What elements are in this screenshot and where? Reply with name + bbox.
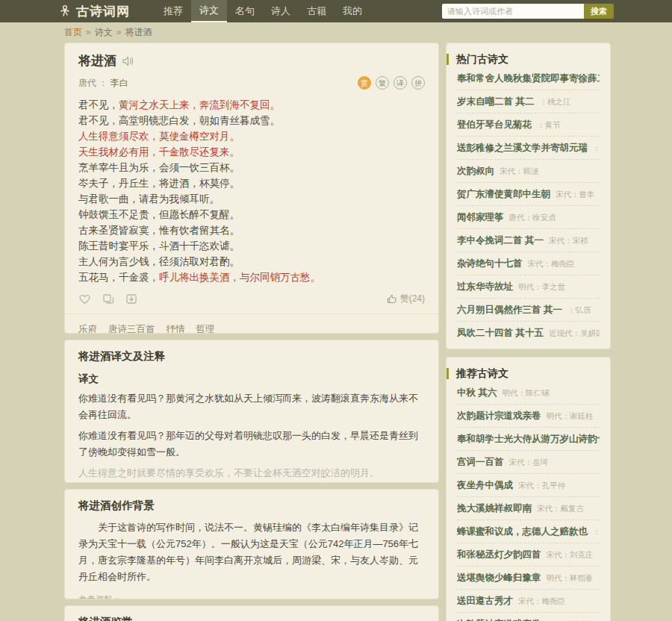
- hot-item-title: 登伯牙琴台见菊花: [457, 119, 532, 130]
- hot-item-title: 奉和常舍人晚秋集贤院即事寄徐薛二侍郎: [457, 73, 600, 84]
- hot-item-title: 贺广东漕使黄郎中生朝: [457, 189, 550, 199]
- poem-actions: 赞(24): [78, 293, 425, 305]
- recommend-item-meta: 宋代：梅尧臣: [518, 596, 565, 605]
- breadcrumb-item-0[interactable]: 首页: [64, 27, 82, 37]
- recommend-item-5[interactable]: 挽大溪姚祥叔即南宋代：戴复古: [457, 497, 600, 520]
- hot-item-meta: ：欧大任: [593, 143, 600, 152]
- translation-paragraphs: 你难道没有看见吗？那黄河之水犹如从天上倾泻而来，波涛翻滚直奔东海从来不会再往回流…: [78, 390, 425, 483]
- hot-item-title: 岁末自嘲二首 其二: [457, 96, 534, 107]
- site-logo[interactable]: 古诗词网: [58, 3, 130, 20]
- recommend-item-meta: 宋代：刘克庄: [547, 550, 594, 559]
- search-input[interactable]: [442, 4, 584, 19]
- hot-item-meta: ：桃之江: [539, 97, 570, 106]
- recommend-item-3[interactable]: 宫词一百首宋代：岳珂: [457, 451, 600, 474]
- hot-item-10[interactable]: 六月朔日偶然作三首 其一：弘历: [457, 299, 600, 322]
- hot-item-title: 六月朔日偶然作三首 其一: [457, 305, 562, 315]
- poem-divider: [65, 313, 438, 314]
- recommend-item-2[interactable]: 奉和胡学士光大侍从游万岁山诗韵十首 其: [457, 428, 600, 451]
- recommend-item-1[interactable]: 次韵题计宗道戏亲卷明代：谢廷柱: [457, 405, 600, 428]
- tag-2[interactable]: 抒情: [167, 323, 185, 334]
- hot-item-meta: ：弘历: [567, 305, 591, 314]
- poem-line-8: 古来圣贤皆寂寞，惟有饮者留其名。: [78, 222, 425, 238]
- recommend-item-title: 送田遵古秀才: [457, 596, 513, 606]
- hot-item-2[interactable]: 登伯牙琴台见菊花：黄节: [457, 113, 600, 137]
- breadcrumb-item-2: 将进酒: [125, 27, 152, 37]
- poem-meta: 唐代 ： 李白: [78, 77, 128, 90]
- breadcrumb-separator: »: [86, 27, 91, 37]
- breadcrumb: 首页»诗文»将进酒: [0, 22, 672, 43]
- recommended-poems-title: 推荐古诗文: [447, 368, 600, 379]
- background-title: 将进酒创作背景: [78, 499, 425, 513]
- tool-appreciate-icon[interactable]: 赏: [358, 76, 371, 90]
- poem-author-link[interactable]: 李白: [111, 78, 128, 88]
- search-button[interactable]: 搜索: [584, 4, 614, 19]
- hot-item-4[interactable]: 次韵叔向宋代：韩淲: [457, 160, 600, 183]
- recommend-item-title: 夜坐舟中偶成: [457, 480, 513, 490]
- recommend-item-0[interactable]: 中秋 其六明代：陈仁锡: [457, 381, 600, 405]
- hot-poems-card: 热门古诗文 奉和常舍人晚秋集贤院即事寄徐薛二侍郎岁末自嘲二首 其二：桃之江登伯牙…: [446, 43, 611, 349]
- hot-item-11[interactable]: 凤吹二十四首 其十五近现代：吴妍因: [457, 322, 600, 344]
- tag-3[interactable]: 哲理: [196, 323, 215, 334]
- tool-translate-icon[interactable]: 译: [393, 76, 407, 90]
- appreciation-title: 将进酒鉴赏: [78, 615, 425, 621]
- breadcrumb-item-1[interactable]: 诗文: [95, 27, 113, 37]
- tool-pinyin-icon[interactable]: 拼: [411, 76, 425, 90]
- recommend-item-title: 蜂课蜜和议成，志德人之赔款也: [457, 526, 588, 537]
- top-header: 古诗词网 推荐诗文名句诗人古籍我的 搜索: [0, 0, 672, 22]
- hot-item-9[interactable]: 过东华寺故址明代：李之世: [457, 275, 600, 299]
- nav-item-2[interactable]: 名句: [227, 0, 263, 22]
- hot-item-title: 凤吹二十四首 其十五: [457, 328, 544, 338]
- tool-traditional-icon[interactable]: 繁: [376, 76, 389, 90]
- recommend-item-meta: 明代：林熙春: [547, 573, 594, 582]
- nav-item-5[interactable]: 我的: [335, 0, 370, 22]
- background-card: 将进酒创作背景 关于这首诗的写作时间，说法不一。黄锡珪编的《李太白编年诗集目录》…: [64, 489, 439, 599]
- nav-item-1[interactable]: 诗文: [191, 0, 227, 22]
- hot-item-6[interactable]: 闻邻家理筝唐代：徐安贞: [457, 206, 600, 229]
- like-count: 赞(24): [400, 293, 425, 305]
- hot-item-5[interactable]: 贺广东漕使黄郎中生朝宋代：曾丰: [457, 183, 600, 206]
- hot-item-title: 闻邻家理筝: [457, 212, 504, 222]
- nav-item-4[interactable]: 古籍: [299, 0, 335, 22]
- hot-item-0[interactable]: 奉和常舍人晚秋集贤院即事寄徐薛二侍郎: [457, 67, 600, 90]
- recommend-item-meta: 明代：谢廷柱: [547, 411, 594, 420]
- nav-item-0[interactable]: 推荐: [155, 0, 191, 22]
- recommend-item-9[interactable]: 送田遵古秀才宋代：梅尧臣: [457, 590, 600, 613]
- hot-item-title: 杂诗绝句十七首: [457, 258, 523, 269]
- poem-line-7: 钟鼓馔玉不足贵，但愿长醉不复醒。: [78, 207, 425, 222]
- copy-icon[interactable]: [102, 293, 114, 305]
- recommend-item-title: 中秋 其六: [457, 387, 497, 398]
- recommend-item-6[interactable]: 蜂课蜜和议成，志德人之赔款也：金天羽: [457, 520, 600, 543]
- hot-item-1[interactable]: 岁末自嘲二首 其二：桃之江: [457, 90, 600, 113]
- recommend-item-10[interactable]: 次韵题计宗道戏亲卷明代：谢廷柱: [457, 613, 600, 621]
- poem-meta-colon: ：: [99, 78, 108, 88]
- recommend-item-7[interactable]: 和张秘丞灯夕韵四首宋代：刘克庄: [457, 543, 600, 567]
- hot-item-8[interactable]: 杂诗绝句十七首宋代：梅尧臣: [457, 252, 600, 275]
- recommend-item-meta: 宋代：孔平仲: [518, 481, 565, 490]
- speaker-icon[interactable]: [122, 56, 134, 66]
- like-button[interactable]: 赞(24): [387, 293, 425, 305]
- recommend-item-title: 次韵题计宗道戏亲卷: [457, 411, 541, 421]
- tag-1[interactable]: 唐诗三百首: [108, 323, 155, 334]
- favorite-heart-icon[interactable]: [78, 293, 91, 305]
- translation-paragraph-1: 你难道没有看见吗？那年迈的父母对着明镜悲叹那一头的白发，早晨还是青丝到了傍晚却变…: [78, 428, 425, 461]
- recommend-item-title: 挽大溪姚祥叔即南: [457, 503, 532, 514]
- hot-item-7[interactable]: 李中令挽词二首 其一宋代：宋祁: [457, 229, 600, 252]
- appreciation-card: 将进酒鉴赏: [64, 605, 439, 621]
- hot-item-meta: 唐代：徐安贞: [509, 213, 556, 222]
- recommend-item-meta: ：金天羽: [593, 527, 600, 536]
- download-icon[interactable]: [125, 293, 137, 305]
- hot-item-meta: 宋代：曾丰: [556, 190, 595, 199]
- translation-subtitle: 译文: [78, 372, 425, 386]
- search-bar: 搜索: [442, 4, 614, 19]
- recommend-item-4[interactable]: 夜坐舟中偶成宋代：孔平仲: [457, 474, 600, 497]
- poem-lines: 君不见，黄河之水天上来，奔流到海不复回。君不见，高堂明镜悲白发，朝如青丝暮成雪。…: [78, 97, 425, 285]
- nav-item-3[interactable]: 诗人: [263, 0, 299, 22]
- reference-label: 参考资料：: [78, 593, 425, 599]
- hot-item-meta: 宋代：梅尧臣: [528, 259, 575, 268]
- hot-item-3[interactable]: 送彭稚修之兰溪文学并寄胡元瑞：欧大任: [457, 137, 600, 160]
- breadcrumb-separator: »: [116, 27, 122, 37]
- recommend-item-8[interactable]: 送堪舆饶少峰归豫章明代：林熙春: [457, 567, 600, 590]
- main-nav: 推荐诗文名句诗人古籍我的: [155, 0, 370, 22]
- tag-0[interactable]: 乐府: [78, 323, 97, 334]
- translation-paragraph-0: 你难道没有看见吗？那黄河之水犹如从天上倾泻而来，波涛翻滚直奔东海从来不会再往回流…: [78, 390, 425, 423]
